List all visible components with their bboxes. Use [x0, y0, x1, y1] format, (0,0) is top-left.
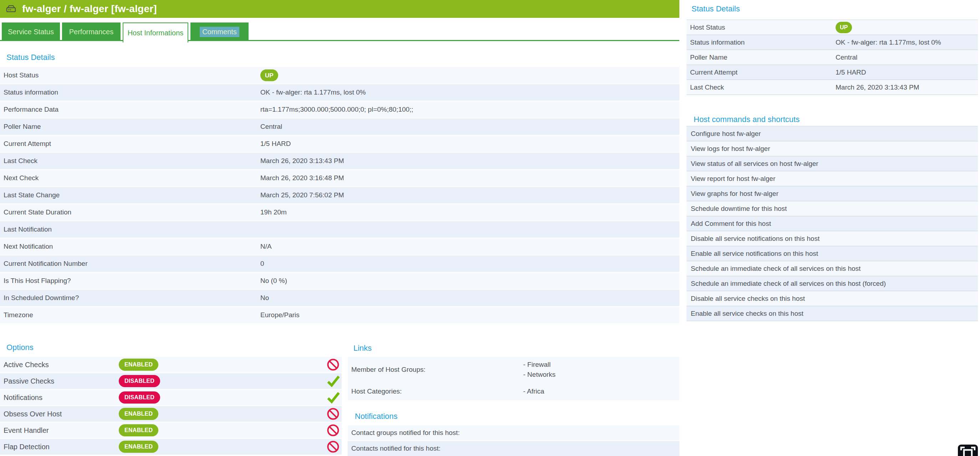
option-state-badge: DISABLED: [119, 375, 160, 387]
row-label: Last Check: [0, 157, 37, 165]
row-value: March 26, 2020 3:16:48 PM: [260, 174, 344, 182]
command-link[interactable]: Add Comment for this host: [687, 216, 978, 231]
table-row: Last State ChangeMarch 25, 2020 7:56:02 …: [0, 187, 679, 204]
status-details-table: Host StatusUPStatus informationOK - fw-a…: [0, 67, 679, 324]
option-label: Obsess Over Host: [0, 410, 62, 418]
row-value: March 26, 2020 3:13:43 PM: [835, 83, 919, 91]
options-table: Active ChecksENABLEDPassive ChecksDISABL…: [0, 357, 342, 455]
row-label: Poller Name: [687, 54, 727, 61]
links-label: Host Categories:: [348, 387, 402, 395]
table-row: Last CheckMarch 26, 2020 3:13:43 PM: [0, 153, 679, 170]
page-title: fw-alger / fw-alger [fw-alger]: [22, 3, 157, 14]
table-row: Next CheckMarch 26, 2020 3:16:48 PM: [0, 170, 679, 187]
command-link[interactable]: View graphs for host fw-alger: [687, 186, 978, 201]
links-title: Links: [353, 344, 372, 353]
row-label: Timezone: [0, 311, 33, 319]
tab-performances[interactable]: Performances: [62, 22, 121, 41]
host-status-badge: UP: [260, 70, 278, 81]
row-label: Next Check: [0, 174, 38, 182]
command-link[interactable]: Configure host fw-alger: [687, 126, 978, 141]
table-row: Current Attempt1/5 HARD: [0, 136, 679, 153]
option-row: Active ChecksENABLED: [0, 357, 342, 373]
fullscreen-icon: [958, 451, 978, 456]
row-label: Performance Data: [0, 105, 59, 113]
host-commands-title: Host commands and shortcuts: [694, 115, 800, 124]
check-icon[interactable]: [327, 391, 340, 404]
summary-row: Status informationOK - fw-alger: rta 1.1…: [687, 35, 978, 50]
table-row: Performance Datarta=1.177ms;3000.000;500…: [0, 101, 679, 118]
row-label: Next Notification: [0, 242, 53, 250]
command-link[interactable]: Schedule downtime for this host: [687, 201, 978, 216]
table-row: Host StatusUP: [0, 67, 679, 84]
tab-service-status[interactable]: Service Status: [2, 22, 60, 41]
ban-icon[interactable]: [327, 358, 340, 371]
table-row: Last Notification: [0, 221, 679, 238]
links-table: Member of Host Groups:- Firewall- Networ…: [348, 357, 679, 400]
option-label: Active Checks: [0, 361, 49, 369]
host-status-badge: UP: [835, 22, 852, 33]
links-label: Member of Host Groups:: [348, 366, 425, 373]
notification-row: Contacts notified for this host:: [348, 441, 679, 456]
table-row: TimezoneEurope/Paris: [0, 307, 679, 324]
table-row: Poller NameCentral: [0, 118, 679, 136]
row-label: Last State Change: [0, 191, 60, 199]
row-value: rta=1.177ms;3000.000;5000.000;0; pl=0%;8…: [260, 105, 413, 113]
fullscreen-button[interactable]: [958, 445, 978, 456]
row-value: OK - fw-alger: rta 1.177ms, lost 0%: [835, 38, 941, 46]
ban-icon[interactable]: [327, 408, 340, 420]
links-row: Member of Host Groups:- Firewall- Networ…: [348, 357, 679, 383]
link-item[interactable]: - Networks: [523, 370, 555, 379]
option-row: Flap DetectionENABLED: [0, 439, 342, 455]
row-value: UP: [835, 22, 852, 33]
links-values: - Firewall- Networks: [523, 360, 555, 379]
summary-row: Last CheckMarch 26, 2020 3:13:43 PM: [687, 80, 978, 95]
option-label: Event Handler: [0, 426, 49, 435]
row-value: 0: [260, 260, 264, 268]
summary-row: Current Attempt1/5 HARD: [687, 65, 978, 80]
command-link[interactable]: View report for host fw-alger: [687, 171, 978, 186]
command-link[interactable]: Schedule an immediate check of all servi…: [687, 276, 978, 291]
row-value: Central: [260, 123, 282, 131]
row-value: No: [260, 294, 269, 302]
status-details-title: Status Details: [6, 53, 55, 62]
ban-icon[interactable]: [327, 440, 340, 453]
row-label: Status information: [687, 38, 745, 46]
command-link[interactable]: Disable all service notifications on thi…: [687, 231, 978, 246]
tab-comments[interactable]: Comments: [191, 22, 248, 41]
link-item[interactable]: - Africa: [523, 386, 544, 396]
links-row: Host Categories:- Africa: [348, 383, 679, 400]
tab-label: Performances: [69, 28, 114, 36]
table-row: Current State Duration19h 20m: [0, 204, 679, 221]
row-value: Central: [835, 54, 858, 61]
option-label: Notifications: [0, 394, 43, 402]
row-value: 1/5 HARD: [260, 140, 291, 148]
option-row: Passive ChecksDISABLED: [0, 373, 342, 390]
status-summary-title: Status Details: [692, 4, 740, 14]
command-link[interactable]: Enable all service checks on this host: [687, 306, 978, 321]
table-row: Current Notification Number0: [0, 255, 679, 273]
row-label: Last Check: [687, 83, 724, 91]
command-link[interactable]: Disable all service checks on this host: [687, 291, 978, 306]
table-row: In Scheduled Downtime?No: [0, 290, 679, 307]
tab-bar: Service StatusPerformancesHost Informati…: [0, 22, 679, 43]
ban-icon[interactable]: [327, 424, 340, 437]
command-link[interactable]: View logs for host fw-alger: [687, 141, 978, 156]
check-icon[interactable]: [327, 375, 340, 387]
option-row: Event HandlerENABLED: [0, 423, 342, 439]
row-value: OK - fw-alger: rta 1.177ms, lost 0%: [260, 88, 366, 96]
option-row: NotificationsDISABLED: [0, 390, 342, 406]
tab-host-informations[interactable]: Host Informations: [123, 22, 188, 43]
table-row: Next NotificationN/A: [0, 238, 679, 255]
link-item[interactable]: - Firewall: [523, 360, 555, 370]
command-link[interactable]: Enable all service notifications on this…: [687, 246, 978, 261]
command-link[interactable]: Schedule an immediate check of all servi…: [687, 261, 978, 276]
row-label: Is This Host Flapping?: [0, 277, 71, 285]
option-state-badge: ENABLED: [119, 441, 158, 453]
notifications-table: Contact groups notified for this host:Co…: [348, 425, 679, 456]
row-label: Poller Name: [0, 123, 41, 131]
command-link[interactable]: View status of all services on host fw-a…: [687, 156, 978, 171]
row-label: Last Notification: [0, 225, 52, 233]
tab-label: Comments: [200, 27, 239, 37]
summary-row: Host StatusUP: [687, 20, 978, 35]
row-label: Current Attempt: [687, 69, 738, 77]
